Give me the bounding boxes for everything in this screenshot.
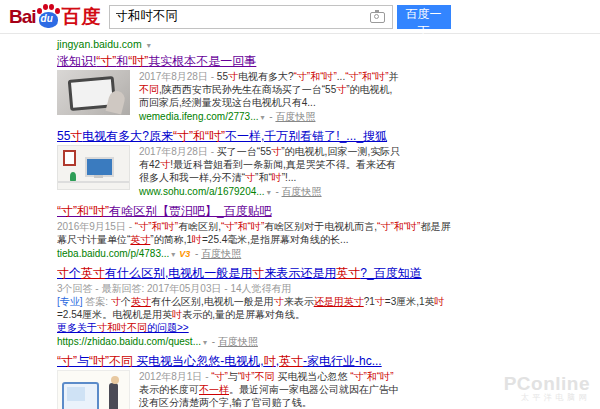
- chevron-down-icon[interactable]: ▾: [147, 41, 151, 50]
- desk-shape: [94, 175, 103, 178]
- result-title-link[interactable]: 55寸电视有多大?原来“寸”和“吋”不一样,千万别看错了!_..._搜狐: [57, 129, 459, 144]
- result-snippet: 2016年9月15日 - “寸”和“吋”有啥区别,“寸”和“吋”有啥区别对于电视…: [57, 220, 455, 246]
- result-title-link[interactable]: 寸个英寸有什么区别,电视机一般是用寸来表示还是用英寸?_百度知道: [57, 266, 459, 281]
- tieba-level-badge-icon: V3: [179, 249, 190, 259]
- baidu-cache-link[interactable]: 百度快照: [201, 248, 241, 259]
- result-text: 2017年8月28日 - 买了一台“55寸”的电视机,回家一测,实际只有42寸!…: [139, 145, 401, 199]
- cartoon-shape: [67, 387, 85, 401]
- result-url-line: wemedia.ifeng.com/2773...▾ - 百度快照: [139, 110, 401, 124]
- baidu-cache-link[interactable]: 百度快照: [275, 111, 315, 122]
- answer-label: 答案:: [85, 296, 111, 307]
- result-snippet: 2017年8月28日 - 55寸电视有多大?“寸”和“吋”...“寸”和“吋”并…: [139, 70, 401, 109]
- search-button[interactable]: 百度一下: [397, 5, 451, 29]
- result-snippet: 2017年8月28日 - 买了一台“55寸”的电视机,回家一测,实际只有42寸!…: [139, 145, 401, 184]
- result-thumbnail[interactable]: [57, 70, 130, 115]
- cartoon-shape: [109, 383, 118, 409]
- chevron-down-icon[interactable]: ▾: [261, 113, 265, 122]
- dash-separator: -: [192, 248, 201, 259]
- result-url: tieba.baidu.com/p/4783...: [57, 248, 169, 259]
- dash-separator: -: [273, 186, 282, 197]
- search-result: 55寸电视有多大?原来“寸”和“吋”不一样,千万别看错了!_..._搜狐2017…: [57, 129, 459, 199]
- result-url: https://zhidao.baidu.com/quest...: [57, 336, 201, 347]
- desk-shape: [58, 181, 129, 183]
- result-body: 2017年8月28日 - 55寸电视有多大?“寸”和“吋”...“寸”和“吋”并…: [57, 70, 459, 124]
- result-date: 2017年8月28日 -: [139, 71, 217, 82]
- search-input[interactable]: [109, 5, 393, 29]
- search-result: “寸”和“吋”有啥区别【贾汨吧】_百度贴吧2016年9月15日 - “寸”和“吋…: [57, 204, 459, 261]
- result-title-link[interactable]: 涨知识!“寸”和“吋”其实根本不是一回事: [57, 54, 459, 69]
- search-result: 涨知识!“寸”和“吋”其实根本不是一回事2017年8月28日 - 55寸电视有多…: [57, 54, 459, 124]
- result-meta: 3个回答 - 最新回答: 2017年05月03日 - 14人觉得有用: [57, 282, 455, 295]
- baidu-logo-cn: 百度: [62, 4, 102, 30]
- chevron-down-icon[interactable]: ▾: [203, 338, 207, 347]
- result-text: 2017年8月28日 - 55寸电视有多大?“寸”和“吋”...“寸”和“吋”并…: [139, 70, 401, 124]
- result-date: 2016年9月15日 -: [57, 221, 135, 232]
- desk-shape: [70, 172, 76, 181]
- result-body: 3个回答 - 最新回答: 2017年05月03日 - 14人觉得有用[专业] 答…: [57, 282, 459, 349]
- site-filter[interactable]: jingyan.baidu.com▾: [57, 38, 600, 52]
- site-filter-domain: jingyan.baidu.com: [57, 38, 142, 50]
- answer-tag: [专业]: [57, 296, 85, 307]
- cartoon-shape: [111, 376, 119, 384]
- result-body: 2016年9月15日 - “寸”和“吋”有啥区别,“寸”和“吋”有啥区别对于电视…: [57, 220, 459, 261]
- search-header: Bai du 百度 百度一下: [0, 0, 600, 34]
- result-url-line: tieba.baidu.com/p/4783...▾V3 - 百度快照: [57, 247, 455, 261]
- baidu-paw-icon: du: [37, 4, 61, 30]
- result-title-link[interactable]: “寸”和“吋”有啥区别【贾汨吧】_百度贴吧: [57, 204, 459, 219]
- results-area: jingyan.baidu.com▾ 涨知识!“寸”和“吋”其实根本不是一回事2…: [0, 34, 600, 409]
- result-url: wemedia.ifeng.com/2773...: [139, 111, 259, 122]
- result-body: 2017年8月28日 - 买了一台“55寸”的电视机,回家一测,实际只有42寸!…: [57, 145, 459, 199]
- desk-shape: [85, 157, 114, 177]
- desk-shape: [63, 150, 76, 166]
- result-date: 2017年8月28日 -: [139, 146, 217, 157]
- result-text: 2012年8月1日 - “寸”与“吋”不同 买电视当心忽悠 “寸”和“吋”表示的…: [139, 370, 401, 409]
- result-thumbnail[interactable]: [57, 370, 130, 409]
- result-url-line: www.sohu.com/a/1679204...▾ - 百度快照: [139, 185, 401, 199]
- baidu-cache-link[interactable]: 百度快照: [218, 336, 258, 347]
- results-list: 涨知识!“寸”和“吋”其实根本不是一回事2017年8月28日 - 55寸电视有多…: [57, 54, 600, 409]
- result-thumbnail[interactable]: [57, 145, 130, 190]
- result-body: 2012年8月1日 - “寸”与“吋”不同 买电视当心忽悠 “寸”和“吋”表示的…: [57, 370, 459, 409]
- baidu-logo-text: Bai: [9, 6, 36, 28]
- baidu-cache-link[interactable]: 百度快照: [282, 186, 322, 197]
- result-title-link[interactable]: “寸”与“吋”不同 买电视当心忽悠-电视机,吋,英寸-家电行业-hc...: [57, 354, 459, 369]
- baidu-logo[interactable]: Bai du 百度: [9, 4, 102, 30]
- more-questions-link[interactable]: 更多关于寸和吋不同的问题>>: [57, 321, 455, 334]
- search-result: 寸个英寸有什么区别,电视机一般是用寸来表示还是用英寸?_百度知道3个回答 - 最…: [57, 266, 459, 349]
- chevron-down-icon[interactable]: ▾: [267, 188, 271, 197]
- chevron-down-icon[interactable]: ▾: [171, 250, 175, 259]
- dash-separator: -: [209, 336, 218, 347]
- search-result: “寸”与“吋”不同 买电视当心忽悠-电视机,吋,英寸-家电行业-hc...201…: [57, 354, 459, 409]
- result-date: 2012年8月1日 -: [139, 371, 211, 382]
- result-url-line: https://zhidao.baidu.com/quest...▾ - 百度快…: [57, 335, 455, 349]
- result-url: www.sohu.com/a/1679204...: [139, 186, 265, 197]
- result-text: 3个回答 - 最新回答: 2017年05月03日 - 14人觉得有用[专业] 答…: [57, 282, 455, 349]
- search-box: [109, 5, 393, 29]
- result-snippet: [专业] 答案: 寸个英寸有什么区别,电视机一般是用寸来表示还是用英寸?1寸=3…: [57, 295, 455, 321]
- result-text: 2016年9月15日 - “寸”和“吋”有啥区别,“寸”和“吋”有啥区别对于电视…: [57, 220, 455, 261]
- camera-search-icon[interactable]: [370, 12, 385, 23]
- result-snippet: 2012年8月1日 - “寸”与“吋”不同 买电视当心忽悠 “寸”和“吋”表示的…: [139, 370, 401, 409]
